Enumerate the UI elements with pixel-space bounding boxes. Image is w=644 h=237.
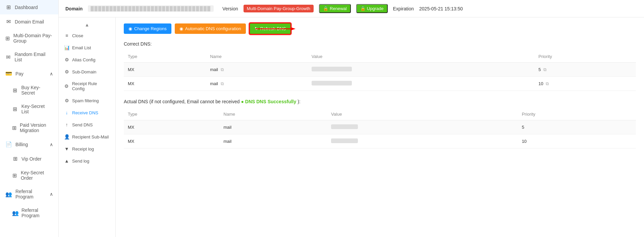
email-list-icon: 📊 [64,45,69,50]
domain-email-icon: ✉ [5,18,11,25]
sidebar-label-buy-key: Buy Key-Secret [21,85,53,96]
actual-row2-value [327,134,518,149]
submenu-close-label: Close [72,33,83,38]
actual-row1-priority: 5 [518,120,636,134]
col-type-correct: Type [124,51,206,63]
auto-dns-icon: ◉ [179,26,183,31]
copy-icon-p2[interactable]: ⧉ [546,81,549,86]
submenu-receipt-log-label: Receipt log [72,146,94,152]
sidebar-item-key-secret-order[interactable]: ⊞ Key-Secret Order [7,166,58,185]
sidebar-item-domain-email[interactable]: ✉ Domain Email [0,14,58,29]
sidebar-pay-group[interactable]: 💳 Pay ∧ [0,66,58,81]
col-priority-actual: Priority [518,108,636,120]
sidebar: ⊞ Dashboard ✉ Domain Email ⊞ Multi-Domai… [0,0,59,237]
scroll-up-btn[interactable]: ▲ [59,20,115,29]
submenu-receive-dns[interactable]: ↓ Receive DNS [59,107,115,119]
content-wrap: ▲ ≡ Close 📊 Email List ⚙ Alias Config ⚙ … [59,17,644,237]
sidebar-item-vip-order[interactable]: ⊞ Vip Order [7,152,58,166]
sidebar-label-dashboard: Dashboard [15,5,38,10]
upgrade-button[interactable]: 🔒 Upgrade [356,4,388,13]
billing-icon: 📄 [5,141,12,147]
correct-dns-title: Correct DNS: [124,41,636,47]
send-dns-icon: ↑ [64,122,69,127]
referral-sub-menu: 👥 Referral Program [0,203,58,222]
version-label: Version [222,6,238,11]
sidebar-item-multi-domain[interactable]: ⊞ Multi-Domain Pay-Group [0,29,58,48]
copy-icon-2[interactable]: ⧉ [221,81,224,86]
paid-migration-icon: ⊞ [12,125,16,131]
automatic-dns-button[interactable]: ◉ Automatic DNS configuration [175,23,246,34]
submenu-receive-dns-label: Receive DNS [72,110,98,115]
correct-dns-table: Type Name Value Priority MX mail ⧉ 5 ⧉ M… [124,51,636,91]
submenu-send-log-label: Send log [72,159,89,164]
submenu-spam-filtering[interactable]: ⚙ Spam filtering [59,95,115,107]
pay-sub-menu: ⊞ Buy Key-Secret ⊞ Key-Secret List ⊞ Pai… [0,81,58,137]
upgrade-icon: 🔒 [360,6,366,11]
col-priority-correct: Priority [534,51,636,63]
submenu-close[interactable]: ≡ Close [59,29,115,42]
table-row: MX mail ⧉ 10 ⧉ [124,77,636,91]
col-value-actual: Value [327,108,518,120]
right-panel: ◉ Change Regions ◉ Automatic DNS configu… [116,17,644,237]
multi-domain-icon: ⊞ [5,35,10,42]
actual-dns-title: Actual DNS (if not configured, Email can… [124,99,240,104]
referral-program-icon: 👥 [12,210,18,216]
expiration-label: Expiration [393,6,414,11]
key-order-icon: ⊞ [12,172,17,179]
submenu-alias-config[interactable]: ⚙ Alias Config [59,54,115,66]
random-email-icon: ✉ [5,54,11,60]
submenu-send-log[interactable]: ▲ Send log [59,155,115,167]
sidebar-label-domain-email: Domain Email [15,19,44,24]
receive-dns-icon: ↓ [64,110,69,115]
sub-domain-icon: ⚙ [64,69,69,74]
submenu-sub-domain[interactable]: ⚙ Sub-Domain [59,66,115,78]
dashboard-icon: ⊞ [5,4,11,10]
actual-row1-value [327,120,518,134]
renewal-button[interactable]: 🔒 Renewal [319,4,351,13]
actual-row2-name: mail [219,134,327,149]
col-type-actual: Type [124,108,219,120]
submenu-send-dns[interactable]: ↑ Send DNS [59,119,115,131]
automatic-dns-label: Automatic DNS configuration [185,26,241,31]
chevron-up-referral-icon: ∧ [50,191,53,197]
pay-icon: 💳 [5,70,12,77]
send-log-icon: ▲ [64,158,69,164]
sidebar-item-dashboard[interactable]: ⊞ Dashboard [0,0,58,14]
svg-marker-1 [290,27,296,31]
submenu-receipt-log[interactable]: ▼ Receipt log [59,143,115,155]
key-list-icon: ⊞ [12,106,18,112]
domain-value: ████████████████████████████████ [88,5,214,12]
row1-type: MX [124,63,206,77]
receipt-log-icon: ▼ [64,146,69,152]
spam-icon: ⚙ [64,98,69,103]
billing-sub-menu: ⊞ Vip Order ⊞ Key-Secret Order [0,152,58,185]
copy-icon-1[interactable]: ⧉ [221,67,224,72]
change-regions-button[interactable]: ◉ Change Regions [124,23,171,34]
chevron-up-icon: ∧ [50,71,53,76]
domain-label: Domain [65,6,83,11]
submenu-spam-label: Spam filtering [72,98,99,103]
sidebar-billing-group[interactable]: 📄 Billing ∧ [0,137,58,152]
change-regions-icon: ◉ [128,26,132,31]
row1-priority: 5 ⧉ [534,63,636,77]
actual-row1-type: MX [124,120,219,134]
copy-icon-p1[interactable]: ⧉ [543,67,546,72]
sidebar-referral-group[interactable]: 👥 Referral Program ∧ [0,185,58,203]
actual-dns-closing: ): [298,99,301,104]
submenu-receipt-rule[interactable]: ⚙ Receipt Rule Config [59,78,115,95]
table-row: MX mail ⧉ 5 ⧉ [124,63,636,77]
sidebar-item-random-email[interactable]: ✉ Random Email List [0,48,58,66]
sidebar-item-referral-program[interactable]: 👥 Referral Program [7,203,58,222]
submenu-email-list[interactable]: 📊 Email List [59,42,115,54]
buy-key-icon: ⊞ [12,87,18,94]
submenu-recipient-sub-mail[interactable]: 👤 Recipient Sub-Mail [59,131,115,143]
sidebar-item-paid-version-migration[interactable]: ⊞ Paid Version Migration [7,118,58,137]
actual-row2-type: MX [124,134,219,149]
sidebar-label-key-order: Key-Secret Order [21,170,53,181]
submenu-email-list-label: Email List [72,45,91,50]
submenu-receipt-rule-label: Receipt Rule Config [72,81,110,91]
action-bar: ◉ Change Regions ◉ Automatic DNS configu… [124,23,636,35]
sidebar-item-buy-key-secret[interactable]: ⊞ Buy Key-Secret [7,81,58,100]
col-name-actual: Name [219,108,327,120]
sidebar-item-key-secret-list[interactable]: ⊞ Key-Secret List [7,100,58,118]
